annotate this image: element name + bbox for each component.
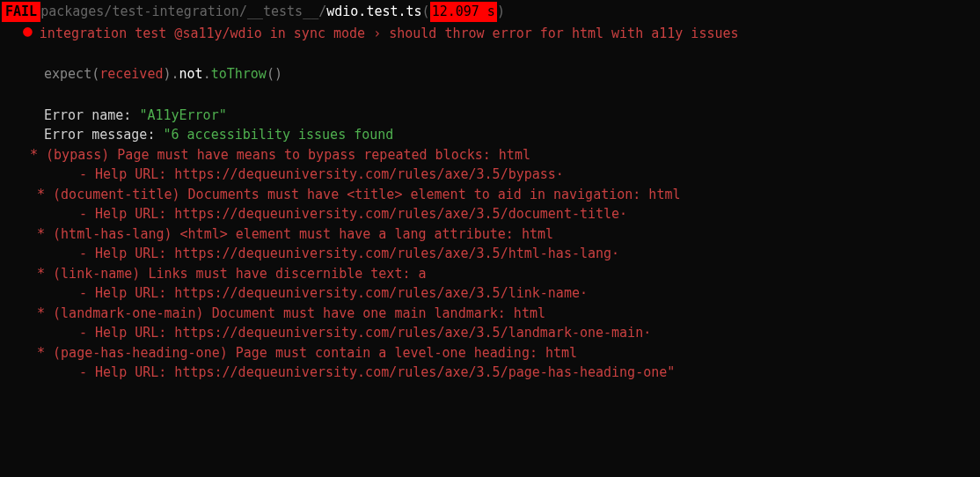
expect-keyword: expect	[44, 66, 91, 82]
test-output: FAIL packages/test-integration/__tests__…	[2, 2, 978, 383]
duration-badge: 12.097 s	[430, 2, 497, 22]
file-name: wdio.test.ts	[326, 2, 421, 22]
error-message-prefix: "6 accessibility issues found	[163, 127, 393, 143]
issue-rule: * (link-name) Links must have discernibl…	[2, 264, 978, 284]
error-name-label: Error name:	[44, 107, 139, 123]
issue-help-url: - Help URL: https://dequeuniversity.com/…	[2, 244, 978, 264]
issue-rule: * (document-title) Documents must have <…	[2, 185, 978, 205]
test-name-line: ● integration test @sa11y/wdio in sync m…	[2, 24, 978, 44]
test-header: FAIL packages/test-integration/__tests__…	[2, 2, 978, 22]
open-paren: (	[422, 2, 430, 22]
issues-list: * (bypass) Page must have means to bypas…	[2, 145, 978, 383]
issue-rule: * (landmark-one-main) Document must have…	[2, 304, 978, 324]
issue-help-url: - Help URL: https://dequeuniversity.com/…	[2, 363, 978, 383]
error-block: Error name: "A11yError" Error message: "…	[2, 106, 978, 145]
dot-token: .	[203, 66, 211, 82]
error-message-line: Error message: "6 accessibility issues f…	[44, 125, 978, 145]
close-paren: )	[497, 2, 505, 22]
status-badge: FAIL	[2, 2, 40, 22]
received-token: received	[99, 66, 163, 82]
issue-rule: * (page-has-heading-one) Page must conta…	[2, 343, 978, 363]
parens-token: ()	[267, 66, 282, 82]
error-name-line: Error name: "A11yError"	[44, 106, 978, 126]
error-message-label: Error message:	[44, 127, 163, 143]
issue-help-url: - Help URL: https://dequeuniversity.com/…	[2, 204, 978, 224]
file-path-prefix: packages/test-integration/__tests__/	[40, 2, 326, 22]
error-name-value: "A11yError"	[139, 107, 226, 123]
issue-help-url: - Help URL: https://dequeuniversity.com/…	[2, 165, 978, 185]
method-token: toThrow	[211, 66, 267, 82]
open-paren-2: (	[91, 66, 99, 82]
expect-statement: expect(received).not.toThrow()	[2, 64, 978, 84]
close-paren-dot: ).	[163, 66, 179, 82]
issue-help-url: - Help URL: https://dequeuniversity.com/…	[2, 323, 978, 343]
issue-rule: * (html-has-lang) <html> element must ha…	[2, 224, 978, 245]
issue-rule: * (bypass) Page must have means to bypas…	[2, 145, 978, 165]
test-name: integration test @sa11y/wdio in sync mod…	[40, 24, 739, 44]
not-token: not	[179, 66, 203, 82]
issue-help-url: - Help URL: https://dequeuniversity.com/…	[2, 283, 978, 304]
